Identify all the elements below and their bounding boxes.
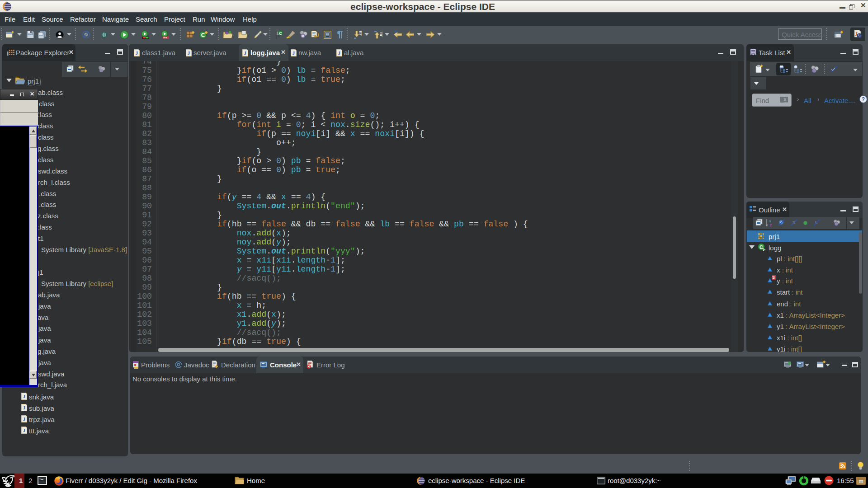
svg-text:>: >	[39, 478, 41, 481]
svg-text:J: J	[188, 50, 190, 56]
svg-text:J: J	[244, 50, 247, 56]
svg-text:J: J	[23, 416, 26, 422]
svg-text:C: C	[201, 32, 205, 38]
svg-text:J: J	[338, 50, 341, 56]
svg-text:J: J	[136, 50, 138, 56]
svg-text:J: J	[23, 394, 26, 399]
svg-text:J: J	[23, 405, 26, 410]
svg-text:C: C	[279, 31, 282, 36]
svg-text:J: J	[23, 427, 26, 433]
svg-text::o:: :o:	[859, 480, 863, 483]
svg-text:J: J	[292, 50, 295, 56]
svg-text:?: ?	[862, 96, 865, 103]
